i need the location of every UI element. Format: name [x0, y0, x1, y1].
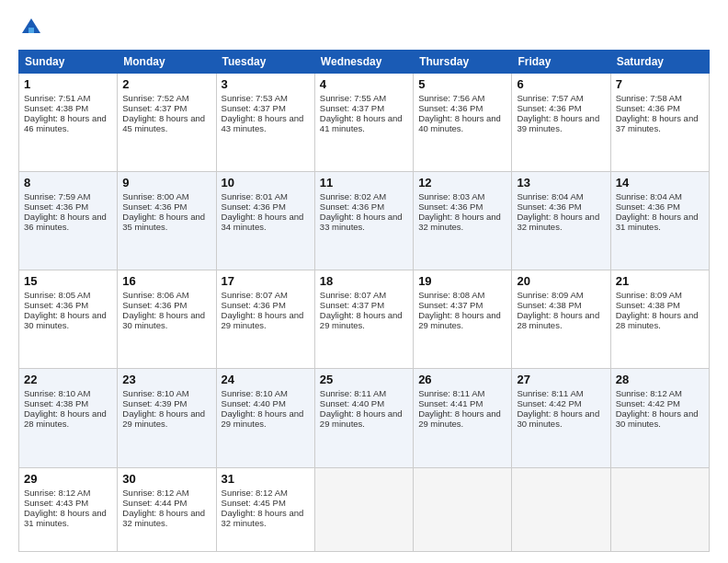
sunrise-label: Sunrise: 8:11 AM [517, 388, 583, 398]
sunset-label: Sunset: 4:36 PM [418, 103, 483, 113]
day-number: 11 [320, 176, 408, 190]
day-number: 20 [517, 274, 605, 288]
sunrise-label: Sunrise: 8:11 AM [320, 388, 386, 398]
daylight-label: Daylight: 8 hours and 46 minutes. [24, 113, 107, 133]
sunset-label: Sunset: 4:42 PM [616, 398, 680, 408]
sunset-label: Sunset: 4:37 PM [320, 300, 384, 310]
sunset-label: Sunset: 4:40 PM [222, 398, 286, 408]
daylight-label: Daylight: 8 hours and 36 minutes. [24, 212, 107, 232]
page: Sunday Monday Tuesday Wednesday Thursday… [0, 0, 728, 563]
day-number: 13 [517, 176, 605, 190]
daylight-label: Daylight: 8 hours and 40 minutes. [418, 113, 501, 133]
table-row: 26 Sunrise: 8:11 AM Sunset: 4:41 PM Dayl… [414, 369, 512, 467]
sunrise-label: Sunrise: 7:59 AM [24, 191, 90, 201]
daylight-label: Daylight: 8 hours and 37 minutes. [616, 113, 699, 133]
sunset-label: Sunset: 4:36 PM [517, 201, 581, 212]
daylight-label: Daylight: 8 hours and 33 minutes. [320, 212, 403, 232]
sunrise-label: Sunrise: 8:01 AM [222, 191, 288, 201]
daylight-label: Daylight: 8 hours and 29 minutes. [418, 408, 501, 429]
header [18, 15, 710, 40]
sunset-label: Sunset: 4:36 PM [517, 103, 581, 113]
day-number: 10 [222, 176, 310, 190]
sunset-label: Sunset: 4:36 PM [418, 201, 483, 212]
sunrise-label: Sunrise: 8:11 AM [418, 388, 484, 398]
daylight-label: Daylight: 8 hours and 39 minutes. [517, 113, 599, 133]
table-row: 2 Sunrise: 7:52 AM Sunset: 4:37 PM Dayli… [118, 74, 216, 172]
daylight-label: Daylight: 8 hours and 43 minutes. [222, 113, 304, 133]
table-row [414, 467, 512, 552]
daylight-label: Daylight: 8 hours and 34 minutes. [222, 212, 304, 232]
table-row: 16 Sunrise: 8:06 AM Sunset: 4:36 PM Dayl… [118, 270, 216, 369]
daylight-label: Daylight: 8 hours and 45 minutes. [122, 113, 205, 133]
sunrise-label: Sunrise: 8:03 AM [418, 191, 484, 201]
day-number: 29 [24, 472, 112, 486]
day-number: 3 [222, 77, 310, 91]
table-row [314, 467, 413, 552]
sunset-label: Sunset: 4:36 PM [24, 300, 88, 310]
table-row: 17 Sunrise: 8:07 AM Sunset: 4:36 PM Dayl… [216, 270, 314, 369]
sunset-label: Sunset: 4:42 PM [517, 398, 581, 408]
sunrise-label: Sunrise: 8:00 AM [122, 191, 188, 201]
col-monday: Monday [118, 51, 216, 74]
table-row: 18 Sunrise: 8:07 AM Sunset: 4:37 PM Dayl… [314, 270, 413, 369]
day-number: 23 [122, 373, 210, 386]
sunrise-label: Sunrise: 7:51 AM [24, 93, 90, 103]
day-number: 31 [222, 472, 310, 486]
day-number: 2 [122, 77, 210, 91]
calendar-week-row: 29 Sunrise: 8:12 AM Sunset: 4:43 PM Dayl… [19, 467, 710, 552]
day-number: 25 [320, 373, 408, 386]
sunrise-label: Sunrise: 8:10 AM [24, 388, 90, 398]
sunrise-label: Sunrise: 8:12 AM [24, 488, 90, 498]
table-row [610, 467, 709, 552]
logo [18, 15, 46, 40]
sunrise-label: Sunrise: 8:10 AM [122, 388, 188, 398]
table-row: 4 Sunrise: 7:55 AM Sunset: 4:37 PM Dayli… [314, 74, 413, 172]
table-row: 15 Sunrise: 8:05 AM Sunset: 4:36 PM Dayl… [19, 270, 118, 369]
sunrise-label: Sunrise: 8:07 AM [320, 290, 386, 300]
sunset-label: Sunset: 4:37 PM [222, 103, 286, 113]
sunrise-label: Sunrise: 8:04 AM [517, 191, 583, 201]
sunrise-label: Sunrise: 7:52 AM [122, 93, 188, 103]
table-row: 10 Sunrise: 8:01 AM Sunset: 4:36 PM Dayl… [216, 172, 314, 270]
table-row: 30 Sunrise: 8:12 AM Sunset: 4:44 PM Dayl… [118, 467, 216, 552]
daylight-label: Daylight: 8 hours and 31 minutes. [24, 508, 107, 528]
daylight-label: Daylight: 8 hours and 29 minutes. [418, 310, 501, 330]
day-number: 22 [24, 373, 112, 386]
table-row: 19 Sunrise: 8:08 AM Sunset: 4:37 PM Dayl… [414, 270, 512, 369]
sunrise-label: Sunrise: 8:09 AM [616, 290, 682, 300]
sunset-label: Sunset: 4:40 PM [320, 398, 384, 408]
table-row: 25 Sunrise: 8:11 AM Sunset: 4:40 PM Dayl… [314, 369, 413, 467]
sunset-label: Sunset: 4:45 PM [222, 498, 286, 508]
sunset-label: Sunset: 4:43 PM [24, 498, 88, 508]
daylight-label: Daylight: 8 hours and 29 minutes. [222, 310, 304, 330]
daylight-label: Daylight: 8 hours and 29 minutes. [320, 310, 403, 330]
col-tuesday: Tuesday [216, 51, 314, 74]
daylight-label: Daylight: 8 hours and 29 minutes. [222, 408, 304, 429]
sunrise-label: Sunrise: 8:04 AM [616, 191, 682, 201]
table-row: 28 Sunrise: 8:12 AM Sunset: 4:42 PM Dayl… [610, 369, 709, 467]
table-row: 9 Sunrise: 8:00 AM Sunset: 4:36 PM Dayli… [118, 172, 216, 270]
day-number: 6 [517, 77, 605, 91]
sunset-label: Sunset: 4:36 PM [122, 300, 187, 310]
sunrise-label: Sunrise: 7:57 AM [517, 93, 583, 103]
table-row: 31 Sunrise: 8:12 AM Sunset: 4:45 PM Dayl… [216, 467, 314, 552]
day-number: 24 [222, 373, 310, 386]
sunrise-label: Sunrise: 8:12 AM [616, 388, 682, 398]
day-number: 8 [24, 176, 112, 190]
sunrise-label: Sunrise: 8:08 AM [418, 290, 484, 300]
sunrise-label: Sunrise: 7:56 AM [418, 93, 484, 103]
day-number: 18 [320, 274, 408, 288]
day-number: 26 [418, 373, 506, 386]
sunset-label: Sunset: 4:37 PM [418, 300, 483, 310]
calendar-week-row: 1 Sunrise: 7:51 AM Sunset: 4:38 PM Dayli… [19, 74, 710, 172]
day-number: 4 [320, 77, 408, 91]
day-number: 19 [418, 274, 506, 288]
daylight-label: Daylight: 8 hours and 30 minutes. [616, 408, 699, 429]
daylight-label: Daylight: 8 hours and 32 minutes. [222, 508, 304, 528]
daylight-label: Daylight: 8 hours and 32 minutes. [122, 508, 205, 528]
sunrise-label: Sunrise: 8:10 AM [222, 388, 288, 398]
sunrise-label: Sunrise: 8:02 AM [320, 191, 386, 201]
sunset-label: Sunset: 4:37 PM [320, 103, 384, 113]
table-row: 23 Sunrise: 8:10 AM Sunset: 4:39 PM Dayl… [118, 369, 216, 467]
day-number: 21 [616, 274, 704, 288]
